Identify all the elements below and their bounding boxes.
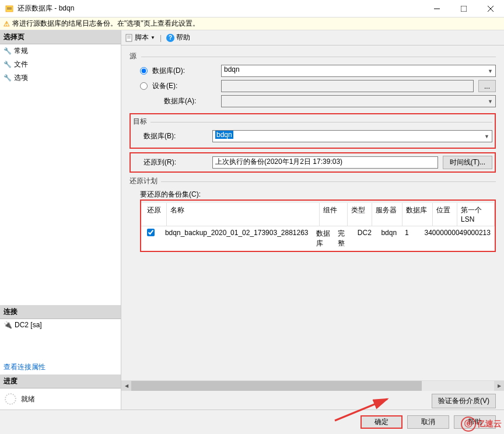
- ok-button[interactable]: 确定: [360, 415, 402, 429]
- script-label: 脚本: [135, 33, 149, 43]
- nav-label: 选项: [14, 73, 28, 83]
- col-first-lsn[interactable]: 第一个 LSN: [457, 203, 495, 226]
- table-row[interactable]: bdqn_backup_2020_01_02_173903_2881263 数据…: [141, 226, 495, 251]
- dropdown-arrow-icon: ▼: [150, 35, 155, 40]
- select-value: bdqn: [224, 65, 240, 74]
- cell-name: bdqn_backup_2020_01_02_173903_2881263: [162, 226, 313, 251]
- nav-list: 🔧 常规 🔧 文件 🔧 选项: [0, 44, 121, 85]
- titlebar: 还原数据库 - bdqn: [0, 0, 504, 18]
- row-checkbox[interactable]: [147, 229, 155, 236]
- browse-device-button[interactable]: ...: [478, 80, 496, 92]
- col-server[interactable]: 服务器: [372, 203, 402, 226]
- content-area: 源 数据库(D): bdqn ▼ 设备(E): ...: [121, 46, 504, 380]
- toolbar: 脚本 ▼ | ? 帮助: [121, 30, 504, 46]
- timeline-button[interactable]: 时间线(T)...: [443, 156, 492, 169]
- window-title: 还原数据库 - bdqn: [18, 4, 424, 13]
- cell-position: 1: [401, 226, 421, 251]
- view-connection-link[interactable]: 查看连接属性: [4, 363, 46, 371]
- progress-section: 就绪: [0, 388, 121, 410]
- col-component[interactable]: 组件: [320, 203, 348, 226]
- script-icon: [125, 34, 133, 42]
- target-legend: 目标: [133, 117, 150, 125]
- spinner-icon: [5, 393, 16, 405]
- source-legend: 源: [130, 52, 140, 60]
- nav-options[interactable]: 🔧 选项: [0, 71, 121, 85]
- target-highlight: 目标 数据库(B): bdqn ▼: [130, 113, 496, 149]
- warning-bar: ⚠ 将进行源数据库的结尾日志备份。在"选项"页上查看此设置。: [0, 18, 504, 30]
- nav-files[interactable]: 🔧 文件: [0, 58, 121, 71]
- cancel-button[interactable]: 取消: [407, 415, 449, 429]
- nav-label: 文件: [14, 60, 28, 69]
- connection-text: DC2 [sa]: [15, 321, 42, 329]
- progress-header: 进度: [0, 374, 121, 388]
- nav-general[interactable]: 🔧 常规: [0, 44, 121, 58]
- chevron-down-icon: ▼: [488, 68, 493, 74]
- source-database-select[interactable]: bdqn ▼: [221, 65, 496, 77]
- maximize-button[interactable]: [450, 0, 477, 18]
- script-dropdown[interactable]: 脚本 ▼: [125, 33, 155, 43]
- database-radio[interactable]: [140, 67, 148, 75]
- select-value: bdqn: [215, 131, 233, 139]
- minimize-icon: [434, 6, 440, 12]
- svg-rect-1: [7, 8, 12, 8]
- device-radio[interactable]: [140, 82, 148, 90]
- col-type[interactable]: 类型: [348, 203, 372, 226]
- cell-first-lsn: 34000000049000213: [421, 226, 495, 251]
- scroll-left-button[interactable]: ◀: [121, 381, 131, 391]
- close-button[interactable]: [477, 0, 504, 18]
- plan-legend: 还原计划: [130, 177, 161, 185]
- app-icon: [5, 4, 14, 13]
- left-panel: 选择页 🔧 常规 🔧 文件 🔧 选项 连接 🔌 DC2 [sa]: [0, 30, 121, 410]
- source-db-a-select: ▼: [221, 95, 496, 107]
- select-page-header: 选择页: [0, 30, 121, 44]
- table-highlight: 还原 名称 组件 类型 服务器 数据库 位置 第一个 LSN: [140, 200, 496, 252]
- cell-server: DC2: [354, 226, 378, 251]
- close-icon: [488, 6, 494, 12]
- right-panel: 脚本 ▼ | ? 帮助 源 数据库(D): bdqn ▼: [121, 30, 504, 410]
- separator: |: [160, 34, 162, 42]
- col-database[interactable]: 数据库: [402, 203, 433, 226]
- scroll-right-button[interactable]: ▶: [494, 381, 504, 391]
- wrench-icon: 🔧: [4, 61, 12, 68]
- window-controls: [424, 0, 504, 18]
- connection-header: 连接: [0, 305, 121, 319]
- database-label: 数据库(D):: [152, 66, 216, 76]
- wrench-icon: 🔧: [4, 47, 12, 55]
- scroll-track[interactable]: [131, 381, 494, 391]
- verify-media-button[interactable]: 验证备份介质(V): [432, 394, 496, 408]
- device-input: [221, 80, 474, 92]
- help-label: 帮助: [176, 33, 190, 43]
- nav-label: 常规: [14, 46, 28, 56]
- col-position[interactable]: 位置: [433, 203, 457, 226]
- backup-sets-table: 还原 名称 组件 类型 服务器 数据库 位置 第一个 LSN: [141, 203, 495, 251]
- table-header: 还原 名称 组件 类型 服务器 数据库 位置 第一个 LSN: [141, 203, 495, 226]
- chevron-down-icon: ▼: [488, 99, 493, 104]
- help-button[interactable]: 帮助: [454, 415, 496, 429]
- cell-database: bdqn: [377, 226, 401, 251]
- scroll-thumb[interactable]: [131, 381, 422, 391]
- verify-row: 验证备份介质(V): [121, 390, 504, 410]
- connection-value: 🔌 DC2 [sa]: [0, 319, 121, 331]
- warning-text: 将进行源数据库的结尾日志备份。在"选项"页上查看此设置。: [12, 19, 200, 29]
- restore-to-input[interactable]: 上次执行的备份(2020年1月2日 17:39:03): [212, 156, 438, 169]
- chevron-down-icon: ▼: [484, 134, 489, 139]
- col-name[interactable]: 名称: [167, 203, 320, 226]
- maximize-icon: [461, 6, 467, 12]
- warning-icon: ⚠: [4, 20, 10, 28]
- cell-type: 完整: [334, 226, 354, 251]
- target-db-label: 数据库(B):: [144, 131, 208, 141]
- restore-to-value: 上次执行的备份(2020年1月2日 17:39:03): [215, 158, 342, 166]
- minimize-button[interactable]: [424, 0, 450, 18]
- cell-component: 数据库: [313, 226, 335, 251]
- col-restore[interactable]: 还原: [141, 203, 167, 226]
- target-group: 目标 数据库(B): bdqn ▼: [133, 117, 492, 142]
- connection-link-row: 查看连接属性: [0, 360, 121, 374]
- connection-section: 🔌 DC2 [sa] 查看连接属性: [0, 319, 121, 374]
- ready-text: 就绪: [21, 394, 35, 404]
- wrench-icon: 🔧: [4, 74, 12, 82]
- help-icon: ?: [166, 34, 174, 42]
- help-button[interactable]: ? 帮助: [166, 33, 190, 43]
- horizontal-scrollbar[interactable]: ◀ ▶: [121, 380, 504, 390]
- target-database-select[interactable]: bdqn ▼: [212, 130, 492, 142]
- source-group: 源 数据库(D): bdqn ▼ 设备(E): ...: [130, 51, 496, 107]
